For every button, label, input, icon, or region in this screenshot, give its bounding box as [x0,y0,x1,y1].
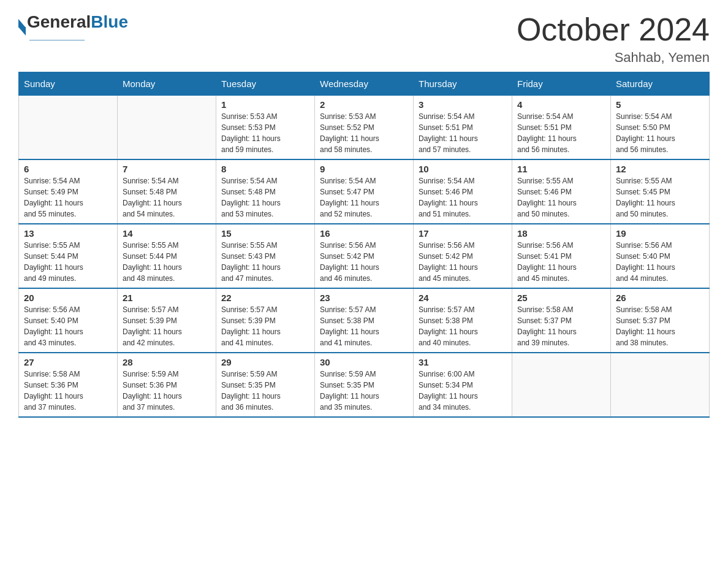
day-info: Sunrise: 5:54 AMSunset: 5:51 PMDaylight:… [419,111,507,155]
cell-w5-d1: 28Sunrise: 5:59 AMSunset: 5:36 PMDayligh… [118,353,216,417]
day-info: Sunrise: 5:56 AMSunset: 5:42 PMDaylight:… [320,240,408,284]
day-number: 20 [24,293,112,303]
day-number: 11 [517,164,605,174]
day-number: 8 [221,164,309,174]
cell-w4-d0: 20Sunrise: 5:56 AMSunset: 5:40 PMDayligh… [19,288,118,353]
day-info: Sunrise: 5:55 AMSunset: 5:43 PMDaylight:… [221,240,309,284]
logo-blue-text: Blue [91,12,128,32]
day-number: 15 [221,228,309,239]
cell-w2-d1: 7Sunrise: 5:54 AMSunset: 5:48 PMDaylight… [118,159,216,224]
col-wednesday: Wednesday [315,72,414,96]
day-info: Sunrise: 5:55 AMSunset: 5:45 PMDaylight:… [616,175,704,220]
col-sunday: Sunday [19,72,118,96]
day-number: 23 [320,293,408,303]
day-number: 19 [616,228,704,239]
cell-w2-d0: 6Sunrise: 5:54 AMSunset: 5:49 PMDaylight… [19,159,118,224]
day-number: 27 [24,357,112,367]
cell-w3-d5: 18Sunrise: 5:56 AMSunset: 5:41 PMDayligh… [512,224,611,288]
day-info: Sunrise: 5:54 AMSunset: 5:50 PMDaylight:… [616,111,704,155]
day-info: Sunrise: 5:54 AMSunset: 5:47 PMDaylight:… [320,175,408,220]
day-info: Sunrise: 5:59 AMSunset: 5:36 PMDaylight:… [123,369,211,413]
cell-w3-d3: 16Sunrise: 5:56 AMSunset: 5:42 PMDayligh… [315,224,414,288]
cell-w1-d1 [118,96,216,160]
day-info: Sunrise: 5:54 AMSunset: 5:48 PMDaylight:… [123,175,211,220]
day-info: Sunrise: 5:56 AMSunset: 5:42 PMDaylight:… [419,240,507,284]
cell-w1-d2: 1Sunrise: 5:53 AMSunset: 5:53 PMDaylight… [216,96,315,160]
week-row-2: 6Sunrise: 5:54 AMSunset: 5:49 PMDaylight… [19,159,710,224]
day-info: Sunrise: 5:55 AMSunset: 5:44 PMDaylight:… [123,240,211,284]
day-info: Sunrise: 5:54 AMSunset: 5:49 PMDaylight:… [24,175,112,220]
day-info: Sunrise: 5:57 AMSunset: 5:38 PMDaylight:… [320,304,408,348]
cell-w4-d2: 22Sunrise: 5:57 AMSunset: 5:39 PMDayligh… [216,288,315,353]
week-row-3: 13Sunrise: 5:55 AMSunset: 5:44 PMDayligh… [19,224,710,288]
logo: GeneralBlue _________ [18,12,128,42]
day-number: 26 [616,293,704,303]
day-info: Sunrise: 5:55 AMSunset: 5:44 PMDaylight:… [24,240,112,284]
title-area: October 2024 Sahhab, Yemen [517,12,710,66]
day-number: 21 [123,293,211,303]
week-row-1: 1Sunrise: 5:53 AMSunset: 5:53 PMDaylight… [19,96,710,160]
header: GeneralBlue _________ October 2024 Sahha… [18,12,710,66]
cell-w1-d4: 3Sunrise: 5:54 AMSunset: 5:51 PMDaylight… [414,96,512,160]
day-number: 18 [517,228,605,239]
cell-w4-d5: 25Sunrise: 5:58 AMSunset: 5:37 PMDayligh… [512,288,611,353]
header-row: Sunday Monday Tuesday Wednesday Thursday… [19,72,710,96]
cell-w3-d4: 17Sunrise: 5:56 AMSunset: 5:42 PMDayligh… [414,224,512,288]
col-thursday: Thursday [414,72,512,96]
col-friday: Friday [512,72,611,96]
cell-w1-d3: 2Sunrise: 5:53 AMSunset: 5:52 PMDaylight… [315,96,414,160]
cell-w2-d5: 11Sunrise: 5:55 AMSunset: 5:46 PMDayligh… [512,159,611,224]
day-info: Sunrise: 5:54 AMSunset: 5:46 PMDaylight:… [419,175,507,220]
cell-w5-d4: 31Sunrise: 6:00 AMSunset: 5:34 PMDayligh… [414,353,512,417]
week-row-5: 27Sunrise: 5:58 AMSunset: 5:36 PMDayligh… [19,353,710,417]
col-saturday: Saturday [611,72,710,96]
day-info: Sunrise: 5:56 AMSunset: 5:41 PMDaylight:… [517,240,605,284]
col-tuesday: Tuesday [216,72,315,96]
day-number: 25 [517,293,605,303]
day-info: Sunrise: 5:55 AMSunset: 5:46 PMDaylight:… [517,175,605,220]
day-info: Sunrise: 5:53 AMSunset: 5:52 PMDaylight:… [320,111,408,155]
day-info: Sunrise: 5:56 AMSunset: 5:40 PMDaylight:… [616,240,704,284]
cell-w3-d1: 14Sunrise: 5:55 AMSunset: 5:44 PMDayligh… [118,224,216,288]
day-number: 12 [616,164,704,174]
day-number: 14 [123,228,211,239]
day-info: Sunrise: 5:54 AMSunset: 5:51 PMDaylight:… [517,111,605,155]
day-info: Sunrise: 5:54 AMSunset: 5:48 PMDaylight:… [221,175,309,220]
day-number: 1 [221,99,309,110]
cell-w1-d6: 5Sunrise: 5:54 AMSunset: 5:50 PMDaylight… [611,96,710,160]
day-number: 4 [517,99,605,110]
day-number: 6 [24,164,112,174]
day-number: 7 [123,164,211,174]
cell-w5-d0: 27Sunrise: 5:58 AMSunset: 5:36 PMDayligh… [19,353,118,417]
cell-w1-d0 [19,96,118,160]
cell-w3-d0: 13Sunrise: 5:55 AMSunset: 5:44 PMDayligh… [19,224,118,288]
day-number: 16 [320,228,408,239]
cell-w2-d4: 10Sunrise: 5:54 AMSunset: 5:46 PMDayligh… [414,159,512,224]
day-number: 29 [221,357,309,367]
day-info: Sunrise: 5:59 AMSunset: 5:35 PMDaylight:… [320,369,408,413]
cell-w3-d6: 19Sunrise: 5:56 AMSunset: 5:40 PMDayligh… [611,224,710,288]
cell-w2-d2: 8Sunrise: 5:54 AMSunset: 5:48 PMDaylight… [216,159,315,224]
day-info: Sunrise: 5:58 AMSunset: 5:37 PMDaylight:… [616,304,704,348]
day-number: 24 [419,293,507,303]
day-number: 3 [419,99,507,110]
day-info: Sunrise: 5:59 AMSunset: 5:35 PMDaylight:… [221,369,309,413]
day-number: 9 [320,164,408,174]
main-title: October 2024 [517,12,710,47]
cell-w1-d5: 4Sunrise: 5:54 AMSunset: 5:51 PMDaylight… [512,96,611,160]
day-number: 5 [616,99,704,110]
cell-w3-d2: 15Sunrise: 5:55 AMSunset: 5:43 PMDayligh… [216,224,315,288]
cell-w4-d1: 21Sunrise: 5:57 AMSunset: 5:39 PMDayligh… [118,288,216,353]
cell-w5-d6 [611,353,710,417]
day-number: 28 [123,357,211,367]
day-info: Sunrise: 5:57 AMSunset: 5:39 PMDaylight:… [123,304,211,348]
cell-w4-d3: 23Sunrise: 5:57 AMSunset: 5:38 PMDayligh… [315,288,414,353]
day-info: Sunrise: 5:58 AMSunset: 5:36 PMDaylight:… [24,369,112,413]
day-info: Sunrise: 5:57 AMSunset: 5:38 PMDaylight:… [419,304,507,348]
week-row-4: 20Sunrise: 5:56 AMSunset: 5:40 PMDayligh… [19,288,710,353]
day-number: 22 [221,293,309,303]
day-info: Sunrise: 5:57 AMSunset: 5:39 PMDaylight:… [221,304,309,348]
day-number: 30 [320,357,408,367]
day-number: 13 [24,228,112,239]
col-monday: Monday [118,72,216,96]
